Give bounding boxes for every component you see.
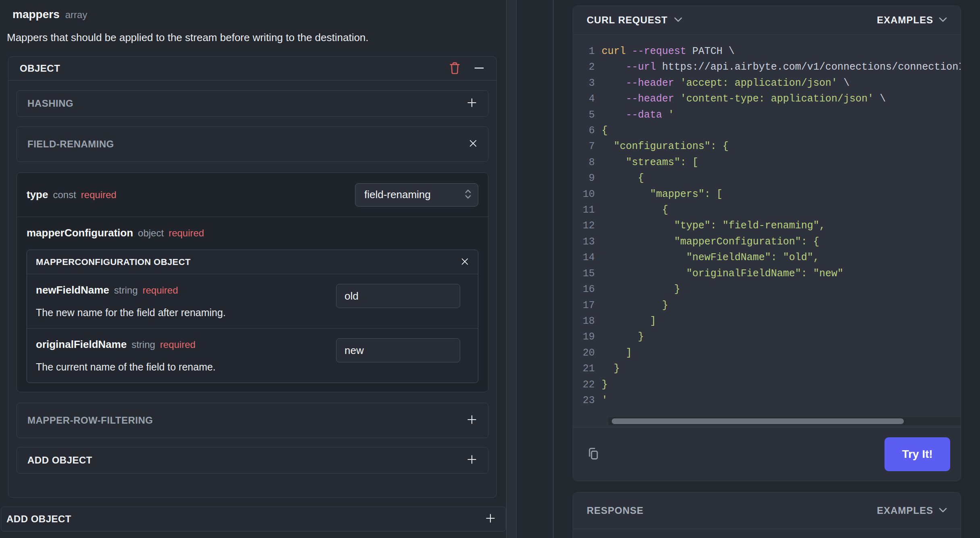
field-description: Mappers that should be applied to the st… bbox=[7, 31, 506, 44]
code-line: 16 } bbox=[579, 281, 961, 297]
code-lines: 1curl --request PATCH \2 --url https://a… bbox=[573, 35, 961, 408]
minus-icon bbox=[473, 62, 485, 75]
line-number: 7 bbox=[579, 139, 595, 154]
code-line: 7 "configurations": { bbox=[579, 139, 961, 154]
object-card: OBJECT HASHING bbox=[8, 56, 497, 498]
code-block[interactable]: 1curl --request PATCH \2 --url https://a… bbox=[573, 34, 961, 427]
code-line: 17 } bbox=[579, 298, 961, 313]
code-line: 13 "mapperConfiguration": { bbox=[579, 234, 961, 250]
response-body bbox=[573, 529, 961, 538]
property-name: originalFieldName bbox=[36, 338, 127, 351]
plus-icon bbox=[466, 97, 478, 110]
line-number: 19 bbox=[579, 329, 595, 345]
response-title: RESPONSE bbox=[587, 505, 644, 516]
code-line: 11 { bbox=[579, 202, 961, 218]
code-line: 12 "type": "field-renaming", bbox=[579, 218, 961, 234]
horizontal-scrollbar-thumb[interactable] bbox=[612, 418, 904, 424]
field-renaming-detail-panel: type const required field-renaming bbox=[17, 172, 488, 392]
copy-code-button[interactable] bbox=[586, 446, 602, 463]
close-icon bbox=[461, 257, 469, 267]
copy-icon bbox=[586, 446, 602, 463]
line-number: 16 bbox=[579, 281, 595, 297]
line-number: 2 bbox=[579, 59, 595, 75]
close-mapper-configuration-button[interactable] bbox=[461, 257, 469, 267]
column-resizer[interactable] bbox=[506, 0, 517, 538]
chevron-down-icon bbox=[674, 17, 682, 24]
mapper-configuration-object-header: MAPPERCONFIGURATION OBJECT bbox=[27, 250, 478, 274]
required-badge: required bbox=[168, 228, 204, 239]
delete-object-button[interactable] bbox=[448, 61, 461, 76]
line-number: 22 bbox=[579, 377, 595, 393]
code-line: 1curl --request PATCH \ bbox=[579, 43, 961, 59]
plus-icon bbox=[466, 454, 478, 467]
code-line: 18 ] bbox=[579, 313, 961, 329]
mapper-configuration-heading: mapperConfiguration object required bbox=[27, 227, 478, 239]
original-field-name-info: originalFieldName string required The cu… bbox=[36, 338, 328, 373]
line-number: 23 bbox=[579, 393, 595, 408]
code-line: 5 --data ' bbox=[579, 107, 961, 123]
chevron-down-icon bbox=[939, 17, 947, 24]
field-renaming-option[interactable]: FIELD-RENAMING bbox=[17, 126, 488, 162]
line-number: 3 bbox=[579, 75, 595, 91]
code-line: 20 ] bbox=[579, 345, 961, 361]
schema-column: mappers array Mappers that should be app… bbox=[0, 0, 506, 538]
code-line: 19 } bbox=[579, 329, 961, 345]
property-description: The current name of the field to rename. bbox=[36, 361, 328, 373]
examples-label: EXAMPLES bbox=[877, 14, 933, 26]
line-number: 10 bbox=[579, 186, 595, 202]
hashing-label: HASHING bbox=[27, 98, 73, 109]
line-number: 12 bbox=[579, 218, 595, 234]
new-field-name-row: newFieldName string required The new nam… bbox=[27, 274, 478, 328]
object-card-body: HASHING FIELD-RENAMING type const requir… bbox=[8, 81, 496, 474]
required-badge: required bbox=[143, 285, 178, 296]
response-panel: RESPONSE EXAMPLES bbox=[573, 492, 961, 538]
plus-icon bbox=[466, 414, 478, 427]
add-object-outer-button[interactable]: ADD OBJECT bbox=[1, 507, 506, 532]
line-number: 4 bbox=[579, 91, 595, 107]
examples-label: EXAMPLES bbox=[877, 505, 933, 516]
try-it-button[interactable]: Try It! bbox=[884, 437, 950, 471]
horizontal-scrollbar-track[interactable] bbox=[608, 417, 961, 425]
response-examples-dropdown[interactable]: EXAMPLES bbox=[877, 505, 947, 516]
code-column: CURL REQUEST EXAMPLES 1curl --request PA… bbox=[554, 0, 980, 538]
object-card-title: OBJECT bbox=[20, 63, 448, 74]
line-number: 18 bbox=[579, 313, 595, 329]
mapper-configuration-object-title: MAPPERCONFIGURATION OBJECT bbox=[36, 257, 191, 267]
line-number: 6 bbox=[579, 123, 595, 139]
type-property-row: type const required field-renaming bbox=[17, 173, 488, 217]
hashing-option[interactable]: HASHING bbox=[17, 90, 488, 117]
line-number: 14 bbox=[579, 250, 595, 265]
chevron-down-icon bbox=[939, 507, 947, 514]
code-line: 3 --header 'accept: application/json' \ bbox=[579, 75, 961, 91]
request-examples-dropdown[interactable]: EXAMPLES bbox=[877, 14, 947, 26]
line-number: 5 bbox=[579, 107, 595, 123]
mapper-row-filtering-label: MAPPER-ROW-FILTERING bbox=[27, 415, 153, 426]
curl-request-header: CURL REQUEST EXAMPLES bbox=[573, 6, 961, 34]
field-name: mappers bbox=[12, 8, 60, 21]
line-number: 15 bbox=[579, 266, 595, 281]
mapper-configuration-row: mapperConfiguration object required MAPP… bbox=[17, 217, 488, 392]
property-kind: string bbox=[131, 339, 155, 350]
mapper-row-filtering-option[interactable]: MAPPER-ROW-FILTERING bbox=[17, 403, 488, 438]
type-property-heading: type const required bbox=[27, 188, 116, 201]
code-line: 15 "originalFieldName": "new" bbox=[579, 266, 961, 281]
collapse-object-button[interactable] bbox=[473, 62, 485, 75]
add-object-inner-button[interactable]: ADD OBJECT bbox=[17, 447, 488, 474]
line-number: 8 bbox=[579, 155, 595, 170]
line-number: 17 bbox=[579, 298, 595, 313]
property-kind: const bbox=[53, 189, 76, 201]
mapper-configuration-object-card: MAPPERCONFIGURATION OBJECT newFieldName bbox=[27, 250, 478, 383]
original-field-name-input[interactable] bbox=[336, 338, 460, 362]
new-field-name-input[interactable] bbox=[336, 284, 460, 308]
line-number: 11 bbox=[579, 202, 595, 218]
stepper-chevrons-icon bbox=[464, 188, 472, 201]
code-line: 4 --header 'content-type: application/js… bbox=[579, 91, 961, 107]
field-type-badge: array bbox=[65, 9, 87, 21]
code-line: 10 "mappers": [ bbox=[579, 186, 961, 202]
type-select[interactable]: field-renaming bbox=[355, 183, 478, 207]
request-language-dropdown[interactable]: CURL REQUEST bbox=[587, 14, 682, 26]
field-heading: mappers array bbox=[12, 8, 506, 21]
code-line: 21 } bbox=[579, 361, 961, 377]
line-number: 9 bbox=[579, 170, 595, 186]
code-line: 2 --url https://api.airbyte.com/v1/conne… bbox=[579, 59, 961, 75]
